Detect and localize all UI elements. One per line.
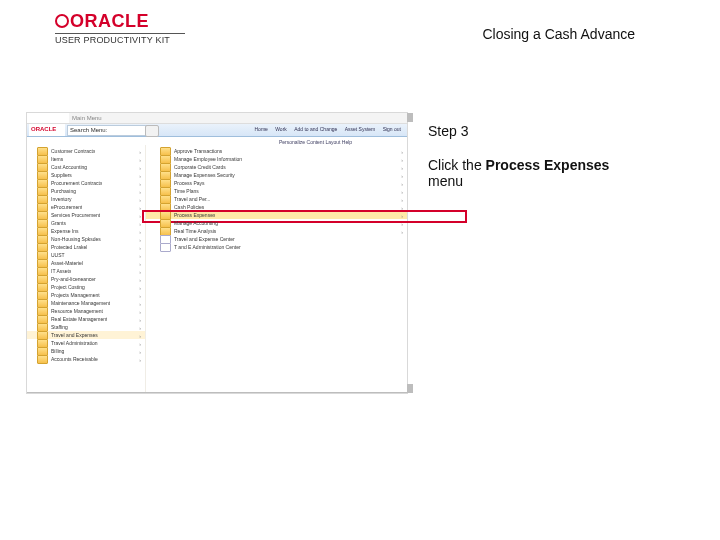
menu-item[interactable]: Items› [27, 155, 145, 163]
instruction-pre: Click the [428, 157, 486, 173]
menu-body: Customer Contracts›Items›Cost Accounting… [27, 145, 407, 393]
menu-item[interactable]: Corporate Credit Cards› [146, 163, 407, 171]
menu-item[interactable]: Travel and Expenses› [27, 331, 145, 339]
menu-item[interactable]: Cost Accounting› [27, 163, 145, 171]
menu-col-right: Approve Transactions›Manage Employee Inf… [146, 145, 407, 393]
menu-item-label: Real Time Analysis [174, 228, 216, 234]
brand-text: ORACLE [70, 11, 149, 31]
menu-item[interactable]: Resource Management› [27, 307, 145, 315]
brand-logo: ORACLE USER PRODUCTIVITY KIT [55, 12, 185, 45]
menu-item-label: Grants [51, 220, 66, 226]
search-go-button[interactable] [145, 125, 159, 137]
menu-item[interactable]: Real Estate Management› [27, 315, 145, 323]
menu-item-label: Project Costing [51, 284, 85, 290]
menu-item[interactable]: Travel and Per...› [146, 195, 407, 203]
nav-home[interactable]: Home [254, 126, 267, 132]
menu-item-label: Customer Contracts [51, 148, 95, 154]
nav-add[interactable]: Add to and Change [294, 126, 337, 132]
menu-item-label: Asset-Materiel [51, 260, 83, 266]
menu-item-label: Maintenance Management [51, 300, 110, 306]
menu-item[interactable]: IT Assets› [27, 267, 145, 275]
menu-item[interactable]: T and E Administration Center [146, 243, 407, 251]
menu-item[interactable]: Manage Expenses Security› [146, 171, 407, 179]
menu-item-label: Resource Management [51, 308, 103, 314]
instruction-text: Click the Process Expenses menu [428, 157, 630, 189]
menu-item[interactable]: Pry-and-liceneancer› [27, 275, 145, 283]
menu-item-label: Manage Expenses Security [174, 172, 235, 178]
menu-col-left: Customer Contracts›Items›Cost Accounting… [27, 145, 146, 393]
page-icon [160, 243, 171, 252]
menu-item-label: Cost Accounting [51, 164, 87, 170]
nav-asset[interactable]: Asset System [345, 126, 376, 132]
menu-item-label: Pry-and-liceneancer [51, 276, 96, 282]
menu-item-label: Services Procurement [51, 212, 100, 218]
menu-item[interactable]: Services Procurement› [27, 211, 145, 219]
menu-item-label: Projects Management [51, 292, 100, 298]
nav-work[interactable]: Work [275, 126, 287, 132]
menu-item-label: Accounts Receivable [51, 356, 98, 362]
menu-item-label: Non-Housing Spksdes [51, 236, 101, 242]
menu-item[interactable]: Purchasing› [27, 187, 145, 195]
menu-item-label: Process Pays [174, 180, 205, 186]
instruction-post: menu [428, 173, 463, 189]
menu-item-label: Time Plans [174, 188, 199, 194]
menu-item-label: T and E Administration Center [174, 244, 241, 250]
menu-item[interactable]: Asset-Materiel› [27, 259, 145, 267]
menu-item[interactable]: Protected Lrakel› [27, 243, 145, 251]
menu-item-label: Cash Policies [174, 204, 204, 210]
menu-item[interactable]: Projects Management› [27, 291, 145, 299]
menu-item[interactable]: Procurement Contracts› [27, 179, 145, 187]
menu-item[interactable]: Expense Ins› [27, 227, 145, 235]
app-logo: ORACLE [29, 124, 65, 136]
instruction-panel: Step 3 Click the Process Expenses menu [428, 123, 630, 189]
menu-item[interactable]: Grants› [27, 219, 145, 227]
menu-item-label: Billing [51, 348, 64, 354]
scrollbar-stub-bottom [407, 384, 413, 393]
breadcrumb-tab[interactable]: Main Menu [69, 113, 407, 123]
step-label: Step 3 [428, 123, 630, 139]
menu-item-label: Protected Lrakel [51, 244, 87, 250]
menu-item[interactable]: Non-Housing Spksdes› [27, 235, 145, 243]
menu-item[interactable]: Inventory› [27, 195, 145, 203]
menu-item-label: Suppliers [51, 172, 72, 178]
page-title: Closing a Cash Advance [482, 26, 635, 42]
menu-item[interactable]: eProcurement› [27, 203, 145, 211]
menu-item-label: Real Estate Management [51, 316, 107, 322]
instruction-bold: Process Expenses [486, 157, 610, 173]
menu-item[interactable]: Project Costing› [27, 283, 145, 291]
menu-item-label: eProcurement [51, 204, 82, 210]
menu-item[interactable]: Approve Transactions› [146, 147, 407, 155]
menu-item[interactable]: Travel Administration› [27, 339, 145, 347]
menu-item-label: Procurement Contracts [51, 180, 102, 186]
app-window: Main Menu ORACLE Search Menu: Home Work … [27, 113, 407, 393]
menu-item[interactable]: Manage Employee Information› [146, 155, 407, 163]
app-screenshot: Main Menu ORACLE Search Menu: Home Work … [26, 112, 408, 394]
menu-item-label: Travel and Expenses [51, 332, 98, 338]
menu-item[interactable]: Time Plans› [146, 187, 407, 195]
submenu-caret-icon: › [139, 357, 141, 363]
menu-item[interactable]: Staffing› [27, 323, 145, 331]
menu-item[interactable]: Process Pays› [146, 179, 407, 187]
menu-item[interactable]: Travel and Expense Center [146, 235, 407, 243]
menu-item-label: Manage Accounting [174, 220, 218, 226]
menu-item-label: Inventory [51, 196, 72, 202]
folder-icon [37, 355, 48, 364]
menu-item[interactable]: Manage Accounting› [146, 219, 407, 227]
menu-item[interactable]: Real Time Analysis› [146, 227, 407, 235]
menu-item[interactable]: Cash Policies› [146, 203, 407, 211]
subbrand-text: USER PRODUCTIVITY KIT [55, 33, 185, 45]
menu-item[interactable]: Maintenance Management› [27, 299, 145, 307]
menu-item-label: Process Expenses [174, 212, 215, 218]
menu-item[interactable]: Billing› [27, 347, 145, 355]
menu-item[interactable]: Process Expenses› [146, 211, 407, 219]
menu-item-label: Items [51, 156, 63, 162]
app-header: ORACLE Search Menu: Home Work Add to and… [27, 124, 407, 137]
menu-item[interactable]: Suppliers› [27, 171, 145, 179]
menu-item[interactable]: Customer Contracts› [27, 147, 145, 155]
menu-item-label: Expense Ins [51, 228, 79, 234]
menu-item-label: UUST [51, 252, 65, 258]
menu-item[interactable]: Accounts Receivable› [27, 355, 145, 363]
menu-item-label: IT Assets [51, 268, 71, 274]
nav-signout[interactable]: Sign out [383, 126, 401, 132]
menu-item[interactable]: UUST› [27, 251, 145, 259]
